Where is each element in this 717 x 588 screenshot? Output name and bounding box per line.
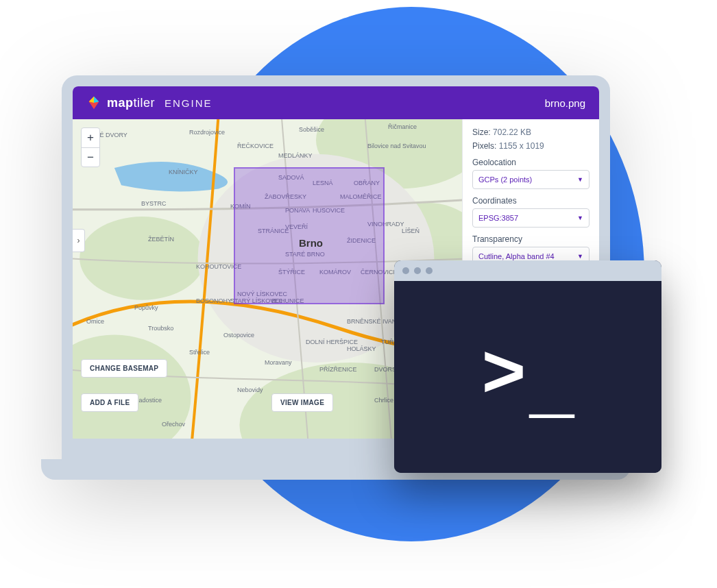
change-basemap-button[interactable]: CHANGE BASEMAP [81, 359, 167, 378]
brand-engine: ENGINE [165, 97, 212, 109]
cursor-icon: _ [529, 347, 574, 432]
geolocation-value: GCPs (2 points) [478, 175, 532, 184]
terminal-body[interactable]: >_ [394, 281, 661, 473]
window-dot-icon [414, 267, 421, 274]
file-name: brno.png [545, 97, 585, 109]
transparency-value: Cutline, Alpha band #4 [478, 252, 555, 260]
place-label: Ořechov [162, 421, 185, 428]
window-dot-icon [402, 267, 409, 274]
place-label: BYSTRC [141, 200, 167, 207]
place-label: BOSONOHY [196, 297, 232, 304]
view-image-button[interactable]: VIEW IMAGE [271, 393, 333, 412]
place-label: Omice [86, 318, 104, 325]
add-file-button[interactable]: ADD A FILE [81, 393, 138, 412]
brand: maptiler ENGINE [86, 95, 212, 110]
app-header: maptiler ENGINE brno.png [73, 86, 599, 119]
coordinates-value: EPSG:3857 [478, 214, 518, 222]
place-label: LÍŠEŇ [402, 228, 420, 234]
zoom-out-button[interactable]: − [82, 147, 99, 167]
place-label: Moravany [265, 359, 292, 366]
caret-down-icon: ▼ [577, 253, 583, 260]
place-label: Střelice [189, 349, 210, 356]
zoom-controls: + − [81, 127, 100, 167]
zoom-in-button[interactable]: + [82, 128, 99, 147]
place-label: Troubsko [148, 325, 173, 332]
place-label: MEDLÁNKY [278, 152, 313, 159]
place-label: Ostopovice [223, 332, 254, 339]
place-label: Nebovidy [237, 387, 263, 393]
place-label: ŘEČKOVICE [237, 143, 274, 149]
place-label: Rozdrojovice [189, 129, 225, 136]
brand-name: maptiler [107, 96, 155, 110]
image-bounds-overlay[interactable] [234, 167, 385, 304]
place-label: Soběšice [299, 126, 324, 133]
place-label: Chrlice [374, 397, 393, 404]
svg-point-2 [80, 217, 205, 300]
place-label: Bilovice nad Svitavou [367, 143, 426, 149]
place-label: Řičmanice [388, 123, 417, 130]
expand-panel-button[interactable]: › [73, 229, 85, 252]
geolocation-dropdown[interactable]: GCPs (2 points) ▼ [472, 170, 590, 189]
place-label: DOLNÍ HERŠPICE [306, 339, 358, 345]
window-dot-icon [426, 267, 433, 274]
place-label: ŽEBĚTÍN [148, 236, 174, 243]
file-size: Size: 702.22 KB [472, 127, 590, 137]
coordinates-label: Coordinates [472, 196, 590, 206]
caret-down-icon: ▼ [577, 215, 583, 221]
brand-logo-icon [86, 95, 101, 110]
coordinates-dropdown[interactable]: EPSG:3857 ▼ [472, 208, 590, 228]
geolocation-label: Geolocation [472, 158, 590, 167]
file-pixels: Pixels: 1155 x 1019 [472, 141, 590, 151]
prompt-icon: > [481, 339, 526, 415]
map-city-label: Brno [299, 237, 323, 249]
caret-down-icon: ▼ [577, 176, 583, 183]
place-label: Popůvky [134, 304, 158, 311]
place-label: HOLÁSKY [347, 345, 376, 352]
place-label: KNÍNIČKY [169, 169, 198, 175]
terminal-titlebar [394, 260, 661, 281]
transparency-label: Transparency [472, 234, 590, 244]
place-label: PŘÍZŘENICE [319, 366, 357, 373]
terminal-window: >_ [394, 260, 661, 473]
